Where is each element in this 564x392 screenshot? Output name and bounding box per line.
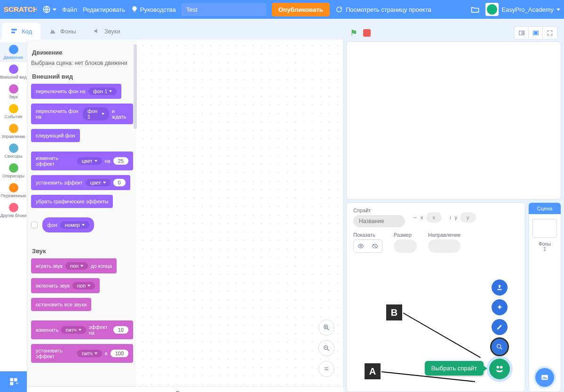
block-backdrop-name[interactable]: фон номер (42, 217, 94, 232)
block-next-backdrop[interactable]: следующий фон (31, 129, 80, 142)
add-backdrop-button[interactable] (535, 368, 554, 387)
account-menu[interactable]: EasyPro_Academy (485, 3, 560, 16)
tab-sounds[interactable]: Звуки (85, 23, 129, 40)
svg-rect-7 (534, 32, 537, 34)
motion-empty-note: Выбрана сцена: нет блоков движени (31, 60, 133, 66)
block-switch-backdrop-wait[interactable]: переключить фон на фон 1 и ждать (31, 104, 133, 124)
add-sprite-button[interactable] (489, 359, 510, 379)
annotation-a-marker: A (365, 363, 381, 379)
direction-value[interactable] (428, 240, 461, 253)
sprite-name-input[interactable] (353, 215, 405, 227)
annotation-b-marker: B (386, 304, 402, 320)
share-button[interactable]: Опубликовать (272, 3, 330, 16)
show-button[interactable] (354, 240, 368, 252)
stage-selector[interactable]: Сцена Фоны 1 (528, 202, 561, 392)
language-selector[interactable] (42, 5, 56, 14)
y-value[interactable]: y (460, 212, 476, 223)
svg-rect-2 (11, 29, 17, 30)
svg-rect-3 (11, 32, 15, 33)
backdrops-label: Фоны (539, 241, 551, 247)
block-play-sound-until[interactable]: играть звук поп до конца (31, 258, 117, 273)
y-label: y (455, 215, 458, 220)
block-palette[interactable]: Движение Выбрана сцена: нет блоков движе… (27, 40, 137, 386)
direction-label: Направление (428, 232, 461, 238)
block-set-pitch[interactable]: установить эффект питч в 100 (31, 344, 133, 363)
choose-sprite-tooltip: Выбрать спрайт (425, 361, 484, 376)
sprite-info-panel: Спрайт ↔ x x ↕ y y (346, 202, 525, 392)
svg-text:+: + (16, 381, 18, 386)
block-change-pitch[interactable]: изменить питч эффект на 10 (31, 320, 133, 339)
sound-heading: Звук (32, 248, 133, 255)
category-motion[interactable]: Движение (0, 42, 27, 62)
stop-icon[interactable] (363, 29, 371, 37)
block-clear-effects[interactable]: убрать графические эффекты (31, 195, 113, 208)
category-myblocks[interactable]: Другие блоки (0, 200, 27, 220)
category-control[interactable]: Управление (0, 121, 27, 141)
svg-point-14 (360, 245, 362, 247)
size-value[interactable] (394, 240, 417, 253)
code-workspace[interactable]: = (139, 41, 341, 386)
stage-small-icon[interactable] (515, 27, 529, 39)
sprite-paint-icon[interactable] (492, 319, 508, 335)
add-extension-button[interactable]: + (0, 371, 27, 392)
block-start-sound[interactable]: включить звук поп (31, 278, 100, 293)
svg-rect-8 (10, 378, 13, 382)
menu-bar: SCRATCH Файл Редактировать Руководства О… (0, 0, 564, 19)
stage-large-icon[interactable] (529, 27, 543, 39)
tab-costumes[interactable]: Фоны (40, 23, 85, 40)
file-menu[interactable]: Файл (62, 6, 77, 13)
category-events[interactable]: События (0, 102, 27, 121)
svg-rect-15 (497, 289, 501, 290)
category-variables[interactable]: Переменные (0, 181, 27, 200)
palette-scrollbar[interactable] (134, 44, 137, 129)
green-flag-icon[interactable]: ⚑ (350, 28, 357, 38)
sprite-surprise-icon[interactable]: ✦ (492, 299, 508, 315)
block-switch-backdrop[interactable]: переключить фон на фон 1 (31, 84, 121, 99)
zoom-reset-button[interactable]: = (318, 361, 334, 377)
block-set-effect[interactable]: установить эффект цвет 0 (31, 175, 130, 190)
user-avatar (485, 3, 499, 16)
stage-full-icon[interactable] (543, 27, 557, 39)
block-stop-sounds[interactable]: остановить все звуки (31, 298, 91, 311)
x-arrows-icon: ↔ (413, 215, 418, 220)
svg-point-18 (500, 366, 503, 369)
my-stuff-icon[interactable] (470, 5, 480, 14)
zoom-out-button[interactable] (318, 340, 334, 356)
backdrop-reporter-checkbox[interactable] (31, 222, 38, 228)
svg-rect-10 (10, 382, 13, 385)
size-label: Размер (394, 232, 417, 238)
svg-text:SCRATCH: SCRATCH (4, 5, 37, 13)
see-project-page[interactable]: Посмотреть страницу проекта (335, 6, 431, 13)
category-sound[interactable]: Звук (0, 82, 27, 102)
sprite-label: Спрайт (353, 208, 405, 213)
tab-row: Код Фоны Звуки ⚑ (0, 19, 564, 40)
category-sensing[interactable]: Сенсоры (0, 141, 27, 161)
y-arrows-icon: ↕ (449, 215, 452, 220)
sprite-upload-icon[interactable] (492, 280, 508, 296)
x-label: x (421, 215, 423, 220)
stage-canvas[interactable] (346, 41, 561, 200)
scratch-logo[interactable]: SCRATCH (4, 3, 37, 16)
project-title-input[interactable] (182, 3, 266, 16)
annotation-b-line (403, 312, 481, 358)
category-operators[interactable]: Операторы (0, 161, 27, 181)
tutorials-button[interactable]: Руководства (131, 6, 176, 13)
svg-point-17 (497, 366, 500, 369)
block-change-effect[interactable]: изменить эффект цвет на 25 (31, 152, 133, 170)
backpack-panel[interactable]: Рюкзак (27, 386, 343, 392)
stage-area (346, 41, 561, 200)
svg-rect-5 (522, 32, 524, 34)
hide-button[interactable] (368, 240, 382, 252)
stage-thumbnail[interactable] (532, 219, 557, 238)
sprite-list[interactable]: B A ✦ Выбрать спрайт (353, 257, 518, 387)
x-value[interactable]: x (426, 212, 442, 223)
sprite-search-icon[interactable] (492, 339, 508, 355)
zoom-in-button[interactable] (318, 320, 334, 336)
looks-heading: Внешний вид (32, 73, 133, 80)
show-label: Показать (353, 232, 382, 238)
tab-code[interactable]: Код (2, 23, 40, 40)
category-looks[interactable]: Внешний вид (0, 62, 27, 82)
motion-heading: Движение (32, 49, 133, 56)
edit-menu[interactable]: Редактировать (83, 6, 125, 13)
category-column: Движение Внешний вид Звук События Управл… (0, 40, 27, 392)
